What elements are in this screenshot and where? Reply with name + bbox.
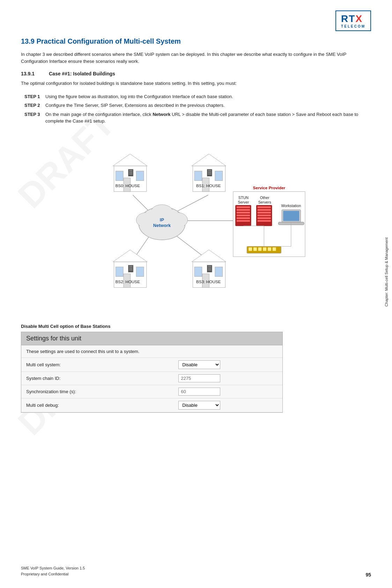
stun-server-title: STUN — [238, 196, 248, 200]
svg-rect-53 — [263, 247, 266, 251]
svg-rect-15 — [208, 170, 211, 171]
svg-rect-50 — [249, 247, 252, 251]
steps-area: STEP 1 Using the figure below as illustr… — [24, 93, 371, 125]
table-row: Multi cell debug: Disable Enable — [21, 398, 282, 412]
svg-rect-52 — [258, 247, 261, 251]
svg-rect-7 — [129, 171, 132, 172]
svg-rect-6 — [129, 170, 132, 171]
svg-rect-35 — [208, 269, 211, 270]
step-3-row: STEP 3 On the main page of the configura… — [24, 111, 371, 125]
svg-rect-43 — [257, 209, 271, 211]
svg-rect-39 — [236, 214, 250, 216]
svg-rect-26 — [129, 269, 132, 270]
system-chain-id-value[interactable] — [173, 372, 282, 385]
multi-cell-debug-label: Multi cell debug: — [21, 398, 173, 412]
svg-rect-22 — [136, 267, 144, 276]
step-2-label: STEP 2 — [24, 102, 45, 109]
svg-rect-47 — [257, 220, 271, 222]
multi-cell-system-select[interactable]: Disable Enable — [178, 360, 220, 369]
step-2-text: Configure the Time Server, SIP Server, E… — [45, 102, 371, 109]
other-servers-title: Other — [260, 196, 269, 200]
settings-header: Settings for this unit — [21, 332, 282, 345]
svg-rect-48 — [283, 211, 299, 221]
logo-rtx: RTX — [341, 13, 365, 24]
svg-rect-34 — [208, 267, 211, 269]
svg-rect-40 — [236, 217, 250, 219]
table-row: Synchronization time (s): — [21, 385, 282, 398]
svg-marker-19 — [113, 250, 147, 262]
logo-area: RTX TELECOM — [21, 10, 371, 31]
bs0-label: BS0: HOUSE — [115, 183, 140, 188]
svg-rect-51 — [253, 247, 257, 251]
step-1-row: STEP 1 Using the figure below as illustr… — [24, 93, 371, 100]
step-2-row: STEP 2 Configure the Time Server, SIP Se… — [24, 102, 371, 109]
logo-x-letter: X — [355, 13, 363, 24]
svg-rect-25 — [129, 267, 132, 269]
svg-rect-46 — [257, 217, 271, 219]
subsection-intro: The optimal configuration for isolated b… — [21, 80, 371, 87]
svg-rect-42 — [257, 206, 271, 208]
svg-rect-3 — [116, 171, 123, 180]
stun-server-subtitle: Server — [238, 200, 249, 204]
svg-rect-31 — [215, 267, 222, 276]
settings-table: Multi cell system: Disable Enable System… — [21, 358, 282, 412]
footer-line1: SME VoIP System Guide, Version 1.5 — [21, 565, 85, 572]
service-provider-label: Service Provider — [253, 185, 285, 190]
multi-cell-debug-value[interactable]: Disable Enable — [173, 398, 282, 412]
svg-marker-10 — [192, 154, 226, 166]
svg-rect-54 — [268, 247, 271, 251]
svg-rect-37 — [236, 209, 250, 211]
step-1-label: STEP 1 — [24, 93, 45, 100]
bs3-label: BS3: HOUSE — [196, 279, 221, 284]
sync-time-label: Synchronization time (s): — [21, 385, 173, 398]
svg-rect-24 — [129, 266, 132, 267]
svg-rect-38 — [236, 212, 250, 213]
svg-rect-41 — [236, 220, 250, 222]
bs1-label: BS1: HOUSE — [196, 183, 221, 188]
diagram-container: IP Network BS0: HOUSE — [21, 132, 371, 313]
svg-rect-4 — [136, 171, 144, 180]
svg-rect-12 — [194, 171, 202, 180]
svg-rect-13 — [215, 171, 222, 180]
sync-time-input[interactable] — [178, 388, 220, 396]
settings-box: Settings for this unit These settings ar… — [21, 332, 283, 413]
system-chain-id-label: System chain ID: — [21, 372, 173, 385]
svg-rect-45 — [257, 214, 271, 216]
multi-cell-system-label: Multi cell system: — [21, 358, 173, 372]
workstation-label: Workstation — [281, 203, 301, 207]
section-intro: In chapter 3 we described different scen… — [21, 51, 371, 65]
subsection-number: 13.9.1 — [21, 71, 49, 76]
svg-rect-44 — [257, 212, 271, 213]
multi-cell-system-value[interactable]: Disable Enable — [173, 358, 282, 372]
system-chain-id-input[interactable] — [178, 374, 220, 382]
bs2-label: BS2: HOUSE — [115, 279, 140, 284]
svg-marker-1 — [113, 154, 147, 166]
network-label-network: Network — [153, 222, 171, 228]
footer: SME VoIP System Guide, Version 1.5 Propr… — [21, 565, 371, 578]
network-label-ip: IP — [160, 217, 164, 222]
svg-rect-17 — [208, 173, 211, 174]
table-row: System chain ID: — [21, 372, 282, 385]
footer-left: SME VoIP System Guide, Version 1.5 Propr… — [21, 565, 85, 578]
svg-rect-33 — [208, 266, 211, 267]
step-3-label: STEP 3 — [24, 111, 45, 125]
step-1-text: Using the figure below as illustration, … — [45, 93, 371, 100]
page-number: 95 — [365, 572, 371, 578]
step-3-text: On the main page of the configuration in… — [45, 111, 371, 125]
section-title: 13.9 Practical Configuration of Multi-ce… — [21, 37, 371, 45]
multi-cell-debug-select[interactable]: Disable Enable — [178, 401, 220, 410]
network-diagram: IP Network BS0: HOUSE — [77, 132, 315, 313]
logo-telecom: TELECOM — [341, 24, 365, 28]
sync-time-value[interactable] — [173, 385, 282, 398]
svg-rect-30 — [194, 267, 202, 276]
subsection-title: Case ##1: Isolated Buildings — [49, 71, 115, 76]
disable-label: Disable Multi Cell option of Base Statio… — [21, 324, 371, 329]
settings-description: These settings are used to connect this … — [21, 345, 282, 358]
svg-rect-16 — [208, 171, 211, 172]
subsection-heading: 13.9.1 Case ##1: Isolated Buildings — [21, 71, 371, 76]
svg-rect-55 — [272, 247, 276, 251]
other-servers-subtitle: Servers — [258, 200, 271, 204]
svg-rect-36 — [236, 206, 250, 208]
logo-box: RTX TELECOM — [335, 10, 371, 31]
svg-rect-21 — [116, 267, 123, 276]
